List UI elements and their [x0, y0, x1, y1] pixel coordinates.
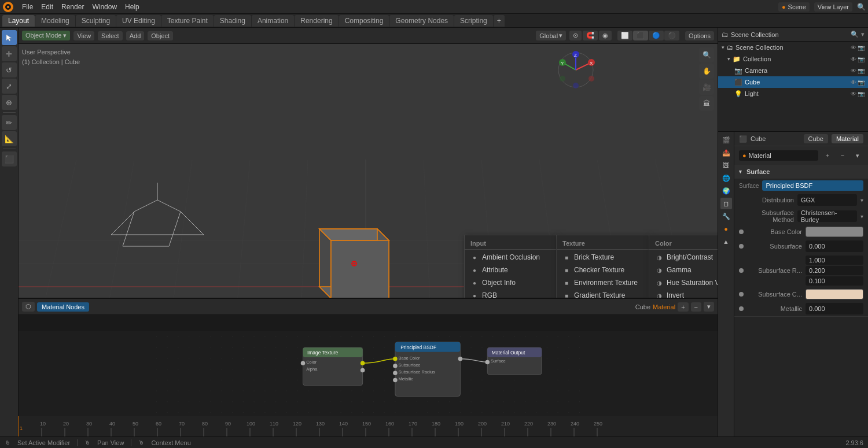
annotate-tool[interactable]: ✏	[2, 115, 17, 130]
ctx-texture-item-3[interactable]: ■ Gradient Texture	[557, 289, 649, 298]
viewport-select-menu[interactable]: Select	[98, 31, 123, 40]
search-icon[interactable]: 🔍	[857, 3, 866, 11]
tab-texture-paint[interactable]: Texture Paint	[161, 15, 214, 27]
pan-gizmo[interactable]: ✋	[699, 64, 714, 79]
metallic-dot[interactable]	[739, 306, 744, 311]
ctx-texture-item-0[interactable]: ■ Brick Texture	[557, 251, 649, 264]
node-add-btn[interactable]: +	[678, 302, 688, 312]
viewport-object-menu[interactable]: Object	[148, 31, 173, 40]
vis-eye-icon[interactable]: 👁	[851, 45, 856, 51]
prop-view-icon[interactable]: 🖼	[720, 160, 732, 171]
tab-geometry-nodes[interactable]: Geometry Nodes	[389, 15, 454, 27]
subsurface-r3-input[interactable]: 0.100	[806, 276, 863, 286]
pivot-point-btn[interactable]: ⊙	[569, 31, 582, 40]
surface-section-header[interactable]: ▾ Surface	[734, 165, 868, 179]
tab-layout[interactable]: Layout	[2, 15, 35, 27]
camera-view-gizmo[interactable]: 🎥	[699, 80, 714, 95]
ctx-texture-item-2[interactable]: ■ Environment Texture	[557, 276, 649, 289]
node-filter-btn[interactable]: ▾	[704, 302, 714, 312]
measure-tool[interactable]: 📐	[2, 131, 17, 146]
material-add-btn[interactable]: +	[822, 150, 833, 161]
subsurface-method-selector[interactable]: Christensen-Burley	[797, 210, 857, 222]
ctx-texture-item-1[interactable]: ■ Checker Texture	[557, 264, 649, 276]
subsurface-radius-dot[interactable]	[739, 268, 744, 273]
cube-vis-eye[interactable]: 👁	[851, 79, 856, 86]
tab-add[interactable]: +	[494, 15, 505, 27]
collection-vis-eye[interactable]: 👁	[851, 56, 856, 62]
subsurface-color-swatch[interactable]	[806, 289, 863, 299]
outliner-item-light[interactable]: 💡 Light 👁 📷	[718, 88, 868, 99]
menu-help[interactable]: Help	[122, 2, 143, 12]
ctx-input-item-2[interactable]: ● Object Info	[465, 276, 556, 289]
material-remove-btn[interactable]: −	[837, 150, 848, 161]
shader-node-selector[interactable]: Principled BSDF	[762, 180, 863, 191]
prop-material-icon[interactable]: ●	[720, 223, 732, 235]
base-color-swatch[interactable]	[806, 227, 863, 237]
transform-tool[interactable]: ⊕	[2, 95, 17, 110]
menu-file[interactable]: File	[19, 2, 36, 12]
cursor-tool[interactable]	[2, 30, 17, 45]
prop-world-icon[interactable]: 🌍	[720, 185, 732, 197]
snap-btn[interactable]: 🧲	[583, 31, 598, 40]
node-editor-type-icon[interactable]: ⬡	[22, 302, 35, 312]
prop-data-icon[interactable]: ▲	[720, 236, 732, 247]
viewport-options-btn[interactable]: Options	[685, 31, 714, 40]
engine-selector[interactable]: ● Scene	[778, 2, 810, 12]
rotate-tool[interactable]: ↺	[2, 62, 17, 77]
metallic-value[interactable]: 0.000	[806, 303, 863, 314]
light-vis-render[interactable]: 📷	[858, 91, 865, 97]
outliner-item-collection[interactable]: ▾ 📁 Collection 👁 📷	[718, 53, 868, 65]
view-layer-selector[interactable]: View Layer	[814, 2, 852, 12]
ctx-color-item-0[interactable]: ◑ Bright/Contrast	[649, 251, 718, 264]
tab-uv-editing[interactable]: UV Editing	[116, 15, 161, 27]
material-slot-selector[interactable]: ● Material	[739, 150, 818, 161]
light-vis-eye[interactable]: 👁	[851, 91, 856, 97]
subsurface-value[interactable]: 0.000	[806, 240, 863, 252]
outliner-search-icon[interactable]: 🔍	[851, 31, 859, 38]
viewport-add-menu[interactable]: Add	[126, 31, 145, 40]
subsurface-r2-input[interactable]: 0.200	[806, 266, 863, 275]
tab-shading[interactable]: Shading	[214, 15, 251, 27]
ctx-color-item-3[interactable]: ◑ Invert	[649, 289, 718, 298]
viewport-scene[interactable]: User Perspective (1) Collection | Cube X	[19, 44, 718, 298]
ctx-color-item-2[interactable]: ◑ Hue Saturation Value	[649, 276, 718, 289]
vis-render-icon[interactable]: 📷	[858, 45, 865, 51]
subsurface-dot[interactable]	[739, 244, 744, 249]
camera-vis-render[interactable]: 📷	[858, 68, 865, 74]
collection-vis-render[interactable]: 📷	[858, 56, 865, 62]
tab-scripting[interactable]: Scripting	[454, 15, 493, 27]
outliner-item-camera[interactable]: 📷 Camera 👁 📷	[718, 65, 868, 76]
viewport-global-selector[interactable]: Global ▾	[536, 31, 566, 40]
scene-gizmo[interactable]: 🏛	[699, 96, 714, 111]
timeline-scrubber-area[interactable]: 1 10 20 30 40 50 60 70 80	[19, 416, 718, 436]
node-delete-btn[interactable]: −	[691, 302, 701, 312]
distribution-selector[interactable]: GGX	[797, 194, 857, 206]
ctx-color-item-1[interactable]: ◑ Gamma	[649, 264, 718, 276]
rendered-shading-btn[interactable]: ⚫	[664, 31, 679, 40]
tab-rendering[interactable]: Rendering	[295, 15, 338, 27]
zoom-gizmo[interactable]: 🔍	[699, 47, 714, 62]
tab-modeling[interactable]: Modeling	[35, 15, 75, 27]
material-nodes-tab[interactable]: Material Nodes	[37, 302, 89, 312]
subsurface-r1-input[interactable]: 1.000	[806, 256, 863, 265]
outliner-item-cube[interactable]: ⬛ Cube 👁 📷	[718, 76, 868, 88]
material-shading-btn[interactable]: 🔵	[649, 31, 664, 40]
cube-vis-render[interactable]: 📷	[858, 79, 865, 86]
subsurface-color-dot[interactable]	[739, 292, 744, 297]
tab-animation[interactable]: Animation	[252, 15, 294, 27]
add-cube-tool[interactable]: ⬛	[2, 151, 17, 166]
wireframe-shading-btn[interactable]: ⬜	[617, 31, 632, 40]
camera-vis-eye[interactable]: 👁	[851, 68, 856, 74]
ctx-input-item-0[interactable]: ● Ambient Occlusion	[465, 251, 556, 264]
node-canvas[interactable]: Principled BSDF Base Color Subsurface Su…	[19, 331, 718, 418]
solid-shading-btn[interactable]: ⬛	[633, 31, 648, 40]
prop-modifier-icon[interactable]: 🔧	[720, 210, 732, 222]
outliner-item-scene-collection[interactable]: ▾ 🗂 Scene Collection 👁 📷	[718, 42, 868, 53]
ctx-input-item-3[interactable]: ● RGB	[465, 289, 556, 298]
ctx-input-item-1[interactable]: ● Attribute	[465, 264, 556, 276]
prop-scene-icon[interactable]: 🌐	[720, 172, 732, 184]
prop-output-icon[interactable]: 📤	[720, 147, 732, 158]
outliner-filter-btn[interactable]: ▾	[861, 31, 865, 38]
menu-edit[interactable]: Edit	[38, 2, 57, 12]
viewport[interactable]: Object Mode ▾ View Select Add Object Glo…	[19, 28, 718, 298]
